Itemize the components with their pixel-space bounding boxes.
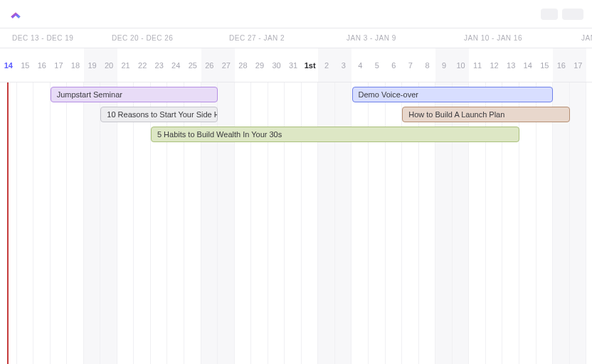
toolbar-chip[interactable] <box>562 9 583 20</box>
grid-column <box>519 82 536 364</box>
grid-column <box>352 82 369 364</box>
grid-column <box>117 82 134 364</box>
day-cell[interactable]: 27 <box>218 48 235 82</box>
day-cell[interactable]: 24 <box>167 48 184 82</box>
week-label: JAN <box>574 28 592 42</box>
grid-column <box>302 82 319 364</box>
day-cell[interactable]: 7 <box>402 48 419 82</box>
day-cell[interactable]: 18 <box>67 48 84 82</box>
grid-column <box>218 82 235 364</box>
grid-column <box>167 82 184 364</box>
grid-column <box>268 82 285 364</box>
grid-column <box>469 82 486 364</box>
day-cell[interactable]: 9 <box>435 48 453 82</box>
grid-column <box>486 82 503 364</box>
day-cell[interactable]: 12 <box>486 48 503 82</box>
grid-column <box>17 82 34 364</box>
day-cell[interactable]: 17 <box>51 48 68 82</box>
grid-column <box>33 82 51 364</box>
week-label: JAN 3 - JAN 9 <box>339 28 403 42</box>
week-label: DEC 27 - JAN 2 <box>222 28 292 42</box>
grid-column <box>235 82 252 364</box>
day-cell[interactable]: 26 <box>201 48 218 82</box>
grid-column <box>335 82 352 364</box>
day-cell[interactable]: 14 <box>0 48 17 82</box>
day-cell[interactable]: 30 <box>268 48 285 82</box>
day-cell[interactable]: 3 <box>335 48 352 82</box>
day-cell[interactable]: 16 <box>553 48 570 82</box>
day-cell[interactable]: 8 <box>419 48 436 82</box>
day-cell[interactable]: 22 <box>134 48 151 82</box>
grid-column <box>285 82 302 364</box>
grid-column <box>184 82 201 364</box>
day-cell[interactable]: 15 <box>536 48 554 82</box>
day-cell[interactable]: 31 <box>285 48 302 82</box>
day-cell[interactable]: 15 <box>17 48 34 82</box>
grid-column <box>369 82 386 364</box>
day-cell[interactable]: 5 <box>369 48 386 82</box>
grid-column <box>134 82 151 364</box>
day-cell[interactable]: 25 <box>184 48 201 82</box>
grid-column <box>51 82 68 364</box>
week-label: DEC 20 - DEC 26 <box>105 28 180 42</box>
day-cell[interactable]: 2 <box>318 48 335 82</box>
grid-column <box>435 82 453 364</box>
topbar <box>0 0 592 28</box>
day-cell[interactable]: 6 <box>386 48 403 82</box>
topbar-actions <box>541 9 583 20</box>
day-cell[interactable]: 17 <box>570 48 587 82</box>
grid-column <box>386 82 403 364</box>
grid-column <box>553 82 570 364</box>
grid-column <box>536 82 554 364</box>
day-cell[interactable]: 13 <box>502 48 519 82</box>
day-cell[interactable]: 21 <box>117 48 134 82</box>
gantt-app: DEC 13 - DEC 19DEC 20 - DEC 26DEC 27 - J… <box>0 0 592 364</box>
task-bar[interactable]: How to Build A Launch Plan <box>402 107 570 122</box>
grid-column <box>402 82 419 364</box>
day-cell[interactable]: 20 <box>100 48 117 82</box>
today-indicator <box>7 82 9 364</box>
grid-column <box>67 82 84 364</box>
gantt-body[interactable]: Jumpstart SeminarDemo Voice-over10 Reaso… <box>0 82 592 364</box>
grid-column <box>318 82 335 364</box>
week-label: JAN 10 - JAN 16 <box>457 28 529 42</box>
grid-column <box>419 82 436 364</box>
task-bar[interactable]: 5 Habits to Build Wealth In Your 30s <box>151 127 519 142</box>
grid-column <box>84 82 101 364</box>
grid-column <box>201 82 218 364</box>
day-cell[interactable]: 11 <box>469 48 486 82</box>
toolbar-chip[interactable] <box>541 9 558 20</box>
clickup-logo-icon <box>9 7 23 21</box>
day-cell[interactable]: 28 <box>235 48 252 82</box>
day-cell[interactable]: 23 <box>151 48 168 82</box>
grid-column <box>251 82 268 364</box>
day-cell[interactable]: 19 <box>84 48 101 82</box>
grid-column <box>502 82 519 364</box>
day-cell[interactable]: 4 <box>352 48 369 82</box>
day-cell[interactable]: 10 <box>453 48 470 82</box>
day-cell[interactable]: 14 <box>519 48 536 82</box>
task-bar[interactable]: Jumpstart Seminar <box>51 87 218 102</box>
task-bar[interactable]: 10 Reasons to Start Your Side H… <box>100 107 218 122</box>
day-cell[interactable]: 29 <box>251 48 268 82</box>
day-header-row: 1415161718192021222324252627282930311st2… <box>0 48 592 82</box>
week-label: DEC 13 - DEC 19 <box>5 28 80 42</box>
grid-column <box>570 82 587 364</box>
grid-column <box>151 82 168 364</box>
week-header-row: DEC 13 - DEC 19DEC 20 - DEC 26DEC 27 - J… <box>0 28 592 48</box>
day-cell[interactable]: 16 <box>33 48 51 82</box>
grid-column <box>100 82 117 364</box>
task-bar[interactable]: Demo Voice-over <box>352 87 554 102</box>
grid-column <box>453 82 470 364</box>
day-cell[interactable]: 1st <box>302 48 319 82</box>
